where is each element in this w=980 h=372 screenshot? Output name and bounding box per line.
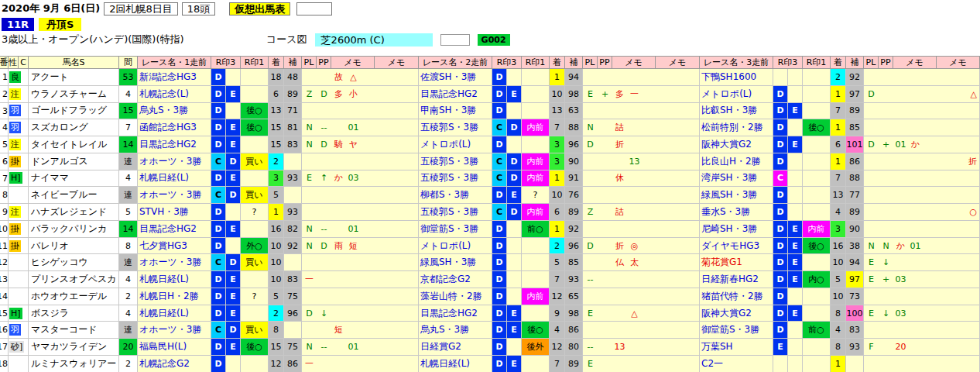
race-name[interactable]: オホーツ・3勝: [138, 322, 211, 338]
race-name[interactable]: 札幌記念G2: [138, 356, 211, 372]
horse-name[interactable]: ホウオウエーデル: [29, 288, 119, 305]
race-name[interactable]: 函館記念HG3: [138, 119, 211, 136]
horse-name[interactable]: ネイビーブルー: [29, 187, 119, 203]
finish-position: 13: [269, 103, 284, 119]
memo-cell: E↓03: [864, 305, 980, 322]
memo-token: 03: [346, 173, 361, 183]
race-name[interactable]: 五稜郭S・3勝: [419, 119, 492, 136]
memo-token: か: [331, 172, 346, 184]
position-mark: [522, 254, 550, 270]
race-name[interactable]: 五稜郭S・3勝: [419, 153, 492, 170]
header-score: 補: [846, 57, 864, 68]
horse-name[interactable]: ゴールドフラッグ: [29, 103, 119, 119]
race-name[interactable]: 藻岩山特・2勝: [419, 288, 492, 305]
blank-input[interactable]: [296, 2, 332, 16]
race-name[interactable]: 万葉SH: [700, 339, 773, 355]
past-run-1: オホーツ・3勝CD買い5: [138, 187, 419, 203]
race-name[interactable]: 下鴨SH1600: [700, 69, 773, 85]
race-name[interactable]: オホーツ・3勝: [138, 254, 211, 270]
horse-name[interactable]: タイセイトレイル: [29, 136, 119, 153]
race-name[interactable]: 五稜郭S・3勝: [419, 170, 492, 187]
race-name[interactable]: 札幌日経(L): [138, 170, 211, 187]
race-name[interactable]: STVH・3勝: [138, 204, 211, 220]
race-name[interactable]: 柳都S・3勝: [419, 187, 492, 203]
r-mark-chip: D: [773, 119, 788, 136]
horse-name[interactable]: アクート: [29, 69, 119, 85]
r-mark-chip: C: [492, 170, 507, 187]
race-name[interactable]: ダイヤモHG3: [700, 238, 773, 254]
r-mark-chip: D: [211, 204, 226, 220]
race-name[interactable]: 甲南SH・3勝: [419, 103, 492, 119]
r-mark-chip: D: [211, 238, 226, 254]
race-name[interactable]: 札幌日経(L): [419, 356, 492, 372]
race-name[interactable]: 比良山H・2勝: [700, 153, 773, 170]
race-name[interactable]: 菊花賞G1: [700, 254, 773, 270]
race-name[interactable]: 阪神大賞G2: [700, 136, 773, 153]
race-name[interactable]: 目黒記念HG2: [138, 221, 211, 237]
speed-score: 101: [846, 136, 864, 153]
horse-name[interactable]: ウラノスチャーム: [29, 86, 119, 102]
horse-name[interactable]: ボスジラ: [29, 305, 119, 322]
race-name[interactable]: 佐渡SH・3勝: [419, 69, 492, 85]
speed-score: 92: [846, 69, 864, 85]
position-mark: 内前: [522, 153, 550, 170]
race-name[interactable]: 日経賞G2: [419, 339, 492, 355]
horse-name[interactable]: ヤマカツライデン: [29, 339, 119, 355]
speed-score: 76: [565, 187, 583, 203]
race-name[interactable]: 比叡SH・3勝: [700, 103, 773, 119]
race-name[interactable]: 緑風SH・3勝: [419, 254, 492, 270]
race-name[interactable]: 目黒記念HG2: [419, 86, 492, 102]
race-name[interactable]: 垂水S・3勝: [700, 204, 773, 220]
horse-name[interactable]: バレリオ: [29, 238, 119, 254]
race-name[interactable]: 目黒記念HG2: [138, 136, 211, 153]
race-name[interactable]: 猪苗代特・2勝: [700, 288, 773, 305]
speed-score: 86: [846, 153, 864, 170]
race-name[interactable]: 湾岸SH・3勝: [700, 170, 773, 187]
race-name[interactable]: 阪神大賞G2: [700, 305, 773, 322]
horse-name[interactable]: ヒシゲッコウ: [29, 254, 119, 270]
course-map-button[interactable]: コース図: [266, 33, 307, 46]
horse-name[interactable]: バラックパリンカ: [29, 221, 119, 237]
horse-name[interactable]: ハナズレジェンド: [29, 204, 119, 220]
memo-cell: [864, 288, 980, 305]
race-name[interactable]: メトロポ(L): [419, 238, 492, 254]
speed-score: 85: [846, 119, 864, 136]
horse-name[interactable]: マスターコード: [29, 322, 119, 338]
race-name[interactable]: 緑風SH・3勝: [700, 187, 773, 203]
memo-cell: [583, 187, 700, 203]
memo-token: 仏: [612, 257, 627, 268]
race-name[interactable]: 福島民H(L): [138, 339, 211, 355]
memo-cell: [864, 187, 980, 203]
horse-name[interactable]: ルミナスウォリアー: [29, 356, 119, 372]
race-name[interactable]: 札幌日経(L): [138, 271, 211, 288]
race-name[interactable]: 烏丸S・3勝: [419, 322, 492, 338]
race-name[interactable]: 尼崎SH・3勝: [700, 221, 773, 237]
race-name[interactable]: メトロポ(L): [700, 86, 773, 102]
race-name[interactable]: 目黒記念HG2: [419, 305, 492, 322]
virtual-racecard-button[interactable]: 仮想出馬表: [229, 2, 290, 16]
race-name[interactable]: 松前特別・2勝: [700, 119, 773, 136]
race-name[interactable]: 日経新春HG2: [700, 271, 773, 288]
race-name[interactable]: 札幌日H・2勝: [138, 288, 211, 305]
race-name[interactable]: 札幌日経(L): [138, 305, 211, 322]
horse-name[interactable]: スズカロング: [29, 119, 119, 136]
race-name[interactable]: 御堂筋S・3勝: [700, 322, 773, 338]
race-name[interactable]: オホーツ・3勝: [138, 187, 211, 203]
race-name[interactable]: 七夕賞HG3: [138, 238, 211, 254]
race-name[interactable]: 烏丸S・3勝: [138, 103, 211, 119]
memo-token: D: [583, 140, 598, 150]
race-name[interactable]: 御堂筋S・3勝: [419, 221, 492, 237]
race-name[interactable]: 札幌記念(L): [138, 86, 211, 102]
race-name[interactable]: オホーツ・3勝: [138, 153, 211, 170]
horse-name[interactable]: プリンスオブペスカ: [29, 271, 119, 288]
race-name[interactable]: 五稜郭S・3勝: [419, 204, 492, 220]
race-name[interactable]: 京都記念G2: [419, 271, 492, 288]
table-row: 18ルミナスウォリアー2札幌記念G2D1286一札幌日経(L)DE789EC2一…: [0, 356, 980, 372]
race-name[interactable]: 新潟記念HG3: [138, 69, 211, 85]
race-name[interactable]: メトロポ(L): [419, 136, 492, 153]
horse-name[interactable]: ナイママ: [29, 170, 119, 187]
finish-position: 1: [550, 221, 565, 237]
position-mark: 後○: [803, 238, 831, 254]
race-name[interactable]: C2一: [700, 356, 773, 372]
horse-name[interactable]: ドンアルゴス: [29, 153, 119, 170]
